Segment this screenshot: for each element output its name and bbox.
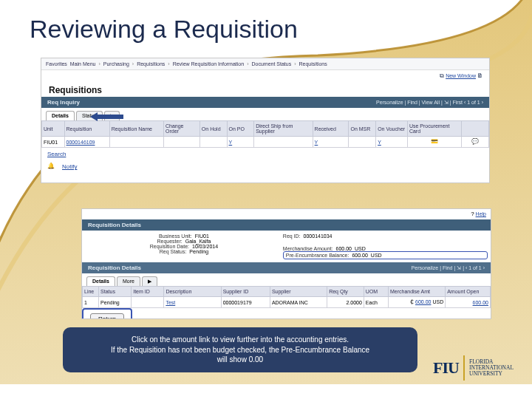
help-link[interactable]: Help	[476, 211, 486, 216]
col-amount-open: Amount Open	[446, 287, 491, 297]
val-merch-amt: 600.00	[336, 246, 352, 251]
currency-icon[interactable]: ₵	[410, 299, 414, 305]
page-title: Requisitions	[41, 82, 489, 97]
fiu-logo: FIU FLORIDA INTERNATIONAL UNIVERSITY	[433, 355, 514, 381]
return-button[interactable]: Return	[90, 313, 124, 319]
slide-title: Reviewing a Requisition	[30, 15, 298, 44]
section-title: Requisition Details	[88, 222, 141, 228]
chevron-right-icon: ›	[247, 61, 248, 66]
cell-line: 1	[83, 297, 99, 308]
section-header: Requisition Details	[82, 219, 491, 231]
col-on-hold: On Hold	[200, 121, 227, 137]
notify-icon[interactable]: 🔔	[47, 163, 55, 170]
col-on-po: On PO	[227, 121, 254, 137]
cell-amount-open-link[interactable]: 600.00	[473, 300, 488, 305]
val-req-date: 10/03/2014	[192, 244, 218, 249]
notify-link[interactable]: Notify	[62, 163, 77, 170]
newspaper-icon[interactable]: 🗎	[477, 73, 483, 79]
comment-icon[interactable]: 💬	[471, 139, 479, 145]
grid-header-bar: Req Inquiry Personalize | Find | View Al…	[41, 97, 489, 108]
col-pcard: Use Procurement Card	[407, 121, 461, 137]
col-status: Status	[99, 287, 132, 297]
req-summary: Business Unit:FIU01 Requester:Gala_Kalfa…	[82, 231, 491, 262]
crumb-document-status[interactable]: Document Status	[251, 61, 291, 66]
col-on-voucher: On Voucher	[376, 121, 408, 137]
cell-req-name	[109, 137, 163, 148]
breadcrumb: Favorites Main Menu › Purchasing › Requi…	[41, 58, 489, 70]
crumb-review-requisition[interactable]: Review Requisition Information	[173, 61, 245, 66]
cell-merch-amt-link[interactable]: 600.00	[415, 299, 431, 304]
col-actions	[462, 121, 489, 137]
chevron-right-icon: ›	[168, 61, 169, 66]
col-description: Description	[164, 287, 221, 297]
cell-req-link[interactable]: 0000146109	[66, 140, 95, 145]
tab-expand-all[interactable]: ▶	[142, 276, 157, 286]
val-bu: FIU01	[195, 233, 209, 239]
cell-on-msr	[349, 137, 376, 148]
val-preenc: 600.00	[352, 253, 367, 258]
col-change-order: Change Order	[163, 121, 200, 137]
col-req-qty: Req Qty	[327, 287, 364, 297]
col-item-id: Item ID	[132, 287, 164, 297]
tab-expand-all[interactable]: ▶	[104, 111, 120, 120]
callout-line: Click on the amount link to view further…	[73, 335, 407, 345]
grid-tools[interactable]: Personalize | Find | ⇲ | ‹ 1 of 1 ›	[412, 265, 485, 271]
new-window-link[interactable]: New Window	[446, 73, 476, 79]
lbl-merch-amt: Merchandise Amount:	[283, 246, 333, 251]
cell-received-link[interactable]: Y	[315, 140, 318, 145]
val-req-id: 0000141034	[304, 233, 332, 239]
tab-details[interactable]: Details	[86, 276, 115, 286]
chevron-right-icon: ›	[132, 61, 134, 66]
instruction-callout: Click on the amount link to view further…	[63, 327, 417, 372]
lbl-req-status: Req Status:	[160, 249, 187, 254]
help-icon: ?	[471, 211, 474, 217]
crumb-purchasing[interactable]: Purchasing	[103, 61, 129, 66]
col-direct-ship: Direct Ship from Supplier	[254, 121, 313, 137]
cell-supplier-id: 0000019179	[221, 297, 270, 308]
grid-tabs: Details Status ▶	[41, 108, 489, 120]
cell-change-order	[163, 137, 200, 148]
section-title: Requisition Details	[88, 265, 141, 271]
lbl-requester: Requester:	[157, 239, 182, 244]
col-supplier-id: Supplier ID	[221, 287, 270, 297]
val-requester: Gala_Kalfa	[185, 239, 211, 244]
lbl-req-id: Req ID:	[283, 233, 301, 239]
cell-on-hold	[200, 137, 227, 148]
screenshot-req-inquiry: Favorites Main Menu › Purchasing › Requi…	[41, 58, 490, 183]
cell-on-po-link[interactable]: Y	[229, 140, 233, 145]
crumb-favorites[interactable]: Favorites	[46, 61, 67, 66]
col-received: Received	[313, 121, 349, 137]
val-req-status: Pending	[189, 249, 208, 254]
table-row: 1 Pending Test 0000019179 ADORAMA INC 2.…	[83, 297, 491, 308]
lbl-bu: Business Unit:	[159, 233, 192, 239]
section-title: Req Inquiry	[47, 99, 80, 106]
grid-tools[interactable]: Personalize | Find | View All | ⇲ | Firs…	[376, 100, 483, 106]
cell-item-id	[132, 297, 164, 308]
callout-line: will show 0.00	[73, 355, 407, 365]
cell-on-voucher-link[interactable]: Y	[378, 140, 381, 145]
req-inquiry-grid: Unit Requisition Requisition Name Change…	[41, 120, 489, 148]
tab-details[interactable]: Details	[46, 111, 75, 120]
chevron-right-icon: ›	[294, 61, 296, 66]
cell-unit: FIU01	[42, 137, 65, 148]
cell-merch-cur: USD	[432, 299, 443, 304]
crumb-requisitions[interactable]: Requisitions	[137, 61, 165, 66]
cell-supplier: ADORAMA INC	[270, 297, 327, 308]
val-merch-cur: USD	[355, 246, 366, 251]
crumb-current: Requisitions	[299, 61, 327, 66]
lbl-preenc: Pre-Encumbrance Balance:	[286, 253, 349, 258]
search-link[interactable]: Search	[47, 151, 66, 157]
tab-status[interactable]: Status	[76, 111, 103, 120]
logo-wordmark: FLORIDA INTERNATIONAL UNIVERSITY	[469, 359, 514, 378]
tab-more[interactable]: More	[117, 276, 140, 286]
cell-direct-ship	[254, 137, 313, 148]
lbl-req-date: Requisition Date:	[150, 244, 189, 249]
col-unit: Unit	[42, 121, 65, 137]
logo-mark: FIU	[433, 358, 459, 378]
col-requisition: Requisition	[64, 121, 109, 137]
callout-line: If the Requisition has not been budget c…	[73, 345, 407, 355]
cell-status: Pending	[99, 297, 132, 308]
screenshot-req-details: ? Help Requisition Details Business Unit…	[81, 208, 491, 319]
crumb-main-menu[interactable]: Main Menu	[70, 61, 96, 66]
cell-description-link[interactable]: Test	[166, 300, 175, 305]
